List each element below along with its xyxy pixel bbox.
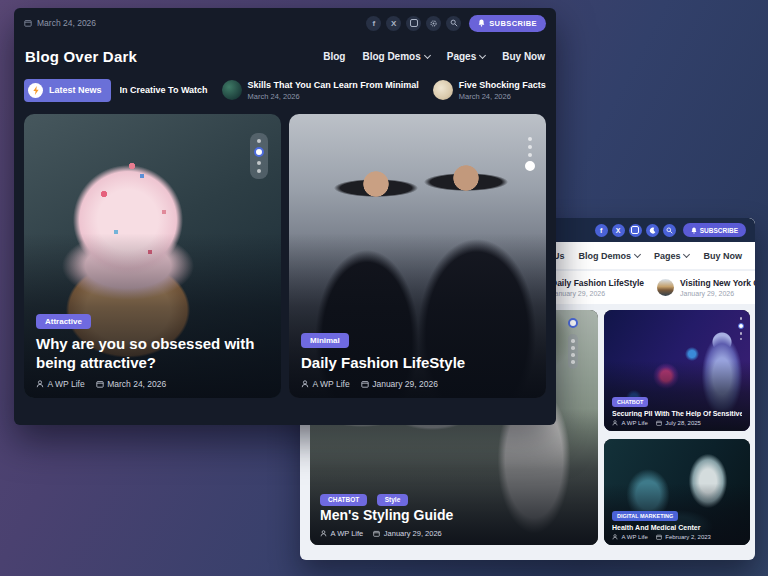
person-icon xyxy=(301,380,309,388)
post-avatar xyxy=(657,279,674,296)
x-glyph: X xyxy=(616,227,621,234)
ticker-date: March 24, 2026 xyxy=(248,92,419,101)
ticker-title: Skills That You Can Learn From Minimal xyxy=(248,80,419,90)
calendar-icon xyxy=(24,19,32,27)
search-icon[interactable] xyxy=(663,224,676,237)
post-title[interactable]: Health And Medical Center xyxy=(612,524,742,531)
front-nav: Blog Over Dark Blog Blog Demos Pages Buy… xyxy=(14,38,556,74)
subscribe-button[interactable]: SUBSCRIBE xyxy=(683,223,746,237)
calendar-icon xyxy=(373,530,380,537)
subscribe-label: SUBSCRIBE xyxy=(700,227,738,234)
person-icon xyxy=(320,530,327,537)
front-news-ticker: Latest News In Creative To Watch Skills … xyxy=(24,76,546,104)
post-avatar xyxy=(433,80,453,100)
tag-digital-marketing[interactable]: DIGITAL MARKETING xyxy=(612,511,678,521)
author-meta: A WP Life xyxy=(36,379,85,389)
latest-news-badge[interactable]: Latest News xyxy=(24,79,111,102)
tag-minimal[interactable]: Minimal xyxy=(301,333,349,348)
chevron-down-icon xyxy=(634,251,641,258)
facebook-glyph: f xyxy=(600,227,602,234)
front-topbar: March 24, 2026 f X SUBSCRIBE xyxy=(14,8,556,38)
post-title[interactable]: Why are you so obsessed with being attra… xyxy=(36,335,269,372)
post-card-securing-pii[interactable]: CHATBOT Securing PII With The Help Of Se… xyxy=(604,310,750,431)
ticker-title: Five Shocking Facts About Attractive xyxy=(459,80,546,90)
subscribe-button[interactable]: SUBSCRIBE xyxy=(469,15,546,32)
ticker-date: January 29, 2026 xyxy=(680,290,755,297)
ticker-title: Visiting New York City xyxy=(680,278,755,288)
bell-icon xyxy=(691,227,697,234)
calendar-icon xyxy=(361,380,369,388)
subscribe-label: SUBSCRIBE xyxy=(489,19,537,28)
ticker-item[interactable]: Visiting New York City January 29, 2026 xyxy=(657,278,755,297)
date-meta: January 29, 2026 xyxy=(373,529,441,538)
facebook-icon[interactable]: f xyxy=(366,16,381,31)
person-icon xyxy=(612,420,618,426)
ticker-item[interactable]: In Creative To Watch xyxy=(120,85,208,95)
nav-item-pages[interactable]: Pages xyxy=(447,51,485,62)
nav-item-pages[interactable]: Pages xyxy=(654,251,690,261)
date-meta: January 29, 2026 xyxy=(361,379,438,389)
x-twitter-icon[interactable]: X xyxy=(386,16,401,31)
author-meta: A WP Life xyxy=(320,529,363,538)
carousel-dots[interactable] xyxy=(738,317,745,340)
post-avatar xyxy=(222,80,242,100)
x-glyph: X xyxy=(391,19,396,28)
chevron-down-icon xyxy=(424,51,431,58)
nav-item-buy-now[interactable]: Buy Now xyxy=(703,251,742,261)
chevron-down-icon xyxy=(479,51,486,58)
site-title[interactable]: Blog Over Dark xyxy=(25,48,137,65)
chevron-down-icon xyxy=(683,251,690,258)
dark-mode-moon-icon[interactable] xyxy=(646,224,659,237)
post-title[interactable]: Men's Styling Guide xyxy=(320,507,586,523)
instagram-icon[interactable] xyxy=(629,224,642,237)
tag-style[interactable]: Style xyxy=(377,494,409,506)
lightning-icon xyxy=(28,83,43,98)
ticker-item[interactable]: Skills That You Can Learn From Minimal M… xyxy=(222,80,419,101)
instagram-icon[interactable] xyxy=(406,16,421,31)
post-card-obsessed-attractive[interactable]: Attractive Why are you so obsessed with … xyxy=(24,114,281,398)
date-meta: March 24, 2026 xyxy=(96,379,167,389)
dark-blog-window: March 24, 2026 f X SUBSCRIBE Blog Over D… xyxy=(14,8,556,425)
calendar-icon xyxy=(96,380,104,388)
ticker-title: In Creative To Watch xyxy=(120,85,208,95)
facebook-icon[interactable]: f xyxy=(595,224,608,237)
carousel-dots[interactable] xyxy=(568,318,578,369)
tag-attractive[interactable]: Attractive xyxy=(36,314,91,329)
calendar-icon xyxy=(656,534,662,540)
author-meta: A WP Life xyxy=(301,379,350,389)
author-meta: A WP Life xyxy=(612,534,648,540)
tag-chatbot[interactable]: CHATBOT xyxy=(612,397,648,407)
nav-item-blog-demos[interactable]: Blog Demos xyxy=(578,251,640,261)
post-card-daily-fashion[interactable]: Minimal Daily Fashion LifeStyle A WP Lif… xyxy=(289,114,546,398)
date-meta: February 2, 2023 xyxy=(656,534,711,540)
gear-icon[interactable] xyxy=(426,16,441,31)
post-card-health-medical[interactable]: DIGITAL MARKETING Health And Medical Cen… xyxy=(604,439,750,545)
nav-item-blog[interactable]: Blog xyxy=(323,51,345,62)
ticker-item[interactable]: Five Shocking Facts About Attractive Mar… xyxy=(433,80,546,101)
carousel-dots[interactable] xyxy=(525,137,535,171)
post-title[interactable]: Daily Fashion LifeStyle xyxy=(301,354,534,372)
bell-icon xyxy=(478,19,485,27)
post-title[interactable]: Securing PII With The Help Of Sensitive … xyxy=(612,410,742,417)
nav-item-buy-now[interactable]: Buy Now xyxy=(502,51,545,62)
facebook-glyph: f xyxy=(372,19,375,28)
x-twitter-icon[interactable]: X xyxy=(612,224,625,237)
author-meta: A WP Life xyxy=(612,420,648,426)
carousel-dots[interactable] xyxy=(250,133,268,179)
calendar-icon xyxy=(656,420,662,426)
ticker-date: January 29, 2026 xyxy=(551,290,644,297)
ticker-date: March 24, 2026 xyxy=(459,92,546,101)
nav-item-blog-demos[interactable]: Blog Demos xyxy=(362,51,429,62)
date-meta: July 28, 2025 xyxy=(656,420,701,426)
tag-chatbot[interactable]: CHATBOT xyxy=(320,494,367,506)
topbar-date: March 24, 2026 xyxy=(24,18,96,28)
person-icon xyxy=(36,380,44,388)
search-icon[interactable] xyxy=(446,16,461,31)
person-icon xyxy=(612,534,618,540)
ticker-title: Daily Fashion LifeStyle xyxy=(551,278,644,288)
